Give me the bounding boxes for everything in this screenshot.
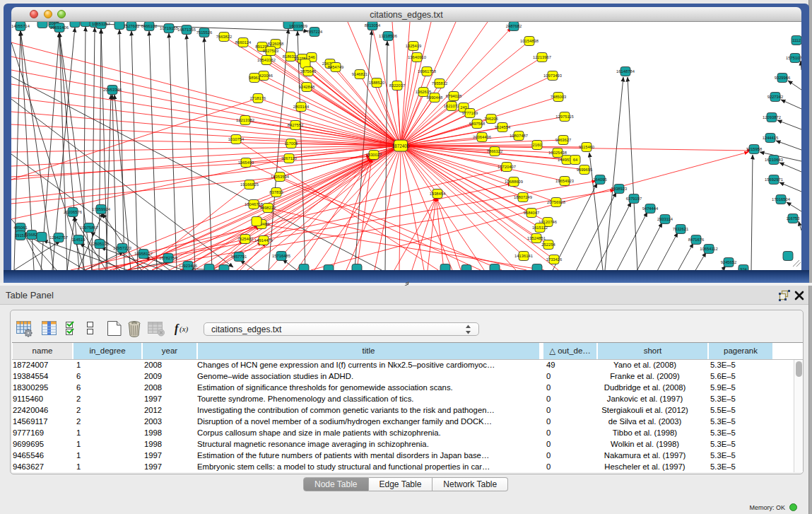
svg-text:10543362: 10543362: [257, 58, 276, 62]
svg-text:12093872: 12093872: [763, 115, 781, 119]
svg-text:6794028: 6794028: [446, 94, 462, 98]
svg-text:1588520: 1588520: [369, 81, 385, 85]
svg-text:1965493: 1965493: [238, 160, 254, 165]
svg-text:7663822: 7663822: [216, 35, 233, 39]
svg-text:7866322: 7866322: [487, 149, 503, 153]
svg-text:116753: 116753: [787, 216, 800, 221]
svg-text:1527602: 1527602: [124, 24, 140, 28]
svg-text:17957223: 17957223: [113, 246, 131, 250]
svg-text:9777169: 9777169: [462, 111, 478, 115]
svg-text:15716485: 15716485: [272, 254, 290, 258]
svg-text:9474444: 9474444: [642, 206, 659, 211]
svg-text:12923446: 12923446: [179, 264, 197, 268]
svg-text:8454749: 8454749: [328, 65, 344, 69]
svg-text:6497568: 6497568: [469, 122, 486, 126]
svg-text:(x): (x): [180, 325, 189, 334]
svg-text:117006: 117006: [285, 141, 298, 146]
svg-text:15751074: 15751074: [786, 56, 801, 60]
svg-text:9327503: 9327503: [263, 49, 279, 53]
svg-text:546: 546: [308, 55, 315, 59]
svg-text:746206: 746206: [484, 117, 498, 121]
svg-text:485061: 485061: [13, 226, 27, 230]
svg-text:10975867: 10975867: [80, 226, 98, 230]
svg-text:13218506: 13218506: [379, 34, 397, 38]
svg-text:1615112: 1615112: [532, 226, 548, 230]
svg-text:10958127: 10958127: [134, 252, 153, 256]
svg-text:12505135: 12505135: [90, 242, 109, 246]
svg-text:15720407: 15720407: [498, 165, 516, 169]
svg-text:7632621: 7632621: [673, 227, 689, 231]
svg-text:8427552: 8427552: [288, 123, 304, 127]
svg-text:9329966: 9329966: [775, 76, 791, 80]
svg-text:5938923: 5938923: [611, 187, 628, 191]
svg-text:16210643: 16210643: [765, 158, 783, 162]
svg-text:12213382: 12213382: [236, 118, 254, 122]
svg-text:20691406: 20691406: [50, 25, 69, 30]
svg-text:10973493: 10973493: [543, 74, 562, 78]
svg-text:9699695: 9699695: [577, 168, 593, 172]
svg-text:17016504: 17016504: [772, 197, 791, 201]
svg-text:20756928: 20756928: [547, 200, 565, 204]
svg-text:2933114: 2933114: [657, 217, 673, 221]
svg-text:3215958: 3215958: [746, 147, 763, 151]
svg-text:9463627: 9463627: [555, 138, 572, 142]
svg-text:14353594: 14353594: [271, 175, 290, 179]
svg-text:9242848: 9242848: [299, 85, 315, 89]
svg-text:1010754: 1010754: [228, 137, 245, 141]
svg-text:7485003: 7485003: [551, 95, 567, 99]
svg-text:4498222: 4498222: [260, 206, 276, 210]
svg-text:8226058: 8226058: [268, 42, 284, 46]
svg-text:9457791: 9457791: [231, 255, 247, 259]
svg-text:14136141: 14136141: [514, 254, 533, 258]
svg-text:924: 924: [740, 267, 747, 270]
svg-text:9245652: 9245652: [721, 260, 737, 264]
svg-text:14914479: 14914479: [254, 238, 273, 243]
svg-text:9115460: 9115460: [579, 145, 594, 149]
svg-text:2718176: 2718176: [250, 96, 266, 100]
svg-text:10719155: 10719155: [160, 26, 178, 30]
svg-text:7515526: 7515526: [196, 30, 213, 35]
svg-text:6466102: 6466102: [141, 24, 158, 28]
svg-text:16671355: 16671355: [177, 28, 196, 32]
svg-text:98961: 98961: [249, 76, 260, 80]
svg-text:17359924: 17359924: [92, 207, 111, 211]
svg-text:164095: 164095: [593, 177, 606, 182]
svg-text:10025438: 10025438: [548, 151, 567, 155]
svg-text:1733426: 1733426: [546, 257, 563, 262]
svg-text:1872400: 1872400: [392, 144, 410, 148]
svg-text:10688609: 10688609: [505, 180, 523, 184]
svg-text:12942757: 12942757: [49, 235, 68, 240]
svg-text:12975115: 12975115: [555, 115, 573, 119]
svg-text:2487682: 2487682: [506, 24, 522, 28]
svg-text:1112: 1112: [792, 38, 801, 42]
svg-text:1530027: 1530027: [366, 153, 382, 157]
svg-text:252254: 252254: [541, 243, 555, 247]
svg-text:14055714: 14055714: [11, 24, 30, 28]
svg-text:10154838: 10154838: [520, 39, 539, 43]
svg-text:8471676: 8471676: [688, 238, 705, 242]
svg-text:8990448: 8990448: [427, 95, 443, 100]
svg-text:2160: 2160: [533, 143, 542, 147]
svg-text:1362615: 1362615: [416, 90, 432, 94]
svg-text:16961758: 16961758: [418, 69, 436, 74]
svg-text:2803144: 2803144: [293, 105, 310, 109]
svg-text:16782759: 16782759: [159, 256, 177, 260]
svg-text:7857224: 7857224: [307, 30, 323, 34]
svg-text:f: f: [175, 322, 180, 335]
svg-text:15692971: 15692971: [765, 177, 783, 182]
svg-text:6379197: 6379197: [626, 197, 642, 201]
svg-text:10807487: 10807487: [510, 134, 528, 138]
svg-text:13640910: 13640910: [408, 55, 426, 59]
svg-text:3875645: 3875645: [300, 69, 317, 74]
svg-text:10654112: 10654112: [700, 247, 717, 251]
svg-text:20953346: 20953346: [103, 88, 122, 92]
svg-text:18807249: 18807249: [514, 195, 532, 199]
svg-text:9227342: 9227342: [767, 95, 784, 99]
svg-text:64: 64: [573, 158, 578, 162]
svg-text:12213967: 12213967: [533, 55, 551, 59]
svg-text:13524851: 13524851: [527, 236, 546, 240]
svg-text:16033809: 16033809: [289, 24, 307, 28]
svg-text:10653267: 10653267: [92, 22, 110, 26]
svg-text:20364436: 20364436: [473, 135, 491, 139]
svg-text:8660124: 8660124: [235, 40, 252, 45]
